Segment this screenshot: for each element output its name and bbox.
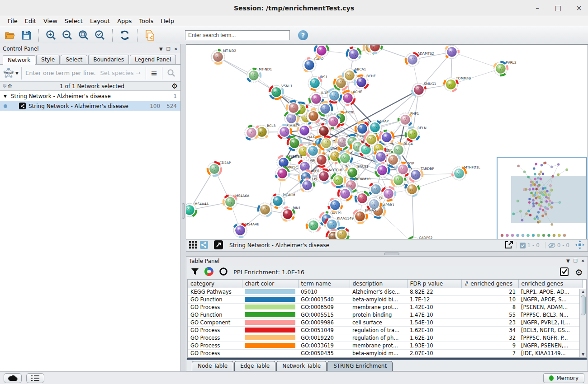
zoom-fit-icon[interactable] <box>77 29 90 42</box>
pan-navigation-icon[interactable] <box>575 240 585 251</box>
zoom-in-icon[interactable] <box>45 29 57 42</box>
network-node-phf1[interactable]: PHF1 <box>398 112 419 126</box>
menu-select[interactable]: Select <box>62 17 86 25</box>
network-node-bin1[interactable]: BIN1 <box>281 206 301 221</box>
string-options-icon[interactable]: ≡ <box>146 67 162 80</box>
network-node-ppp5c[interactable]: PPP5C <box>275 165 298 180</box>
column-header[interactable]: term name <box>298 280 350 288</box>
menu-help[interactable]: Help <box>157 17 177 25</box>
filter-enrichment-icon[interactable] <box>191 267 199 277</box>
zoom-selected-icon[interactable] <box>94 29 106 42</box>
table-panel-menu-icon[interactable]: ▼ <box>566 258 570 263</box>
network-node[interactable] <box>338 187 352 201</box>
refresh-icon[interactable] <box>119 29 131 42</box>
table-vertical-scrollbar[interactable]: ▲ ▼ <box>579 289 586 357</box>
panel-float-icon[interactable]: ❐ <box>166 47 171 52</box>
network-tree-row[interactable]: String Network - Alzheimer's disease 100… <box>0 101 180 111</box>
table-row[interactable]: GO Process GO:0033619membrane prot...1.9… <box>188 342 582 349</box>
tab-select[interactable]: Select <box>61 55 87 64</box>
network-node[interactable] <box>369 183 383 196</box>
network-node-picalm[interactable]: PICALM <box>271 193 295 208</box>
column-header[interactable]: chart color <box>242 280 298 288</box>
network-list-gear-icon[interactable]: ⚙ <box>171 83 178 90</box>
network-node-ms4a6a[interactable]: MS4A6A <box>223 194 250 209</box>
save-session-icon[interactable] <box>20 29 33 42</box>
network-node-mthfd1l[interactable]: MTHFD1L <box>452 165 481 180</box>
network-node[interactable] <box>382 187 395 201</box>
open-session-icon[interactable] <box>4 29 16 42</box>
tab-network[interactable]: Network <box>3 55 35 65</box>
share-network-icon[interactable] <box>200 241 208 250</box>
enrichment-chart-icon[interactable] <box>204 267 213 277</box>
help-icon[interactable]: ? <box>298 30 308 40</box>
network-node[interactable] <box>386 153 400 167</box>
scrollbar-thumb[interactable] <box>581 295 586 315</box>
network-node[interactable] <box>327 115 340 128</box>
zoom-out-icon[interactable] <box>61 29 74 42</box>
network-node[interactable] <box>245 126 258 140</box>
table-row[interactable]: GO Process GO:0019220regulation of ph...… <box>188 334 582 342</box>
network-node[interactable] <box>318 102 332 116</box>
network-node-tomm40[interactable]: TOMM40 <box>444 76 471 91</box>
network-node-smug1[interactable]: SMUG1 <box>412 82 436 97</box>
string-query-input[interactable]: Enter one term per line. Set species → <box>22 70 146 76</box>
table-row[interactable]: GO Process GO:0050435beta-amyloid m...2.… <box>188 349 582 357</box>
export-network-icon[interactable] <box>504 240 514 251</box>
table-row[interactable]: KEGG Pathways 05010Alzheimer's dise...8.… <box>188 288 582 295</box>
network-node-pvrl2[interactable]: PVRL2 <box>494 61 517 75</box>
column-header[interactable]: # enriched genes <box>461 280 518 288</box>
panel-menu-icon[interactable]: ▼ <box>159 47 163 52</box>
close-button[interactable]: × <box>574 4 583 12</box>
column-header[interactable]: category <box>188 280 242 288</box>
network-node[interactable] <box>380 131 394 144</box>
network-node-vsnl1[interactable]: VSNL1 <box>270 84 293 99</box>
network-node-cd2ap[interactable]: CD2AP <box>208 161 231 176</box>
table-row[interactable]: GO Process GO:0006509membrane prot...1.4… <box>188 303 582 311</box>
memory-button[interactable]: Memory <box>543 373 584 383</box>
network-node[interactable] <box>445 45 459 59</box>
network-node[interactable] <box>335 228 349 239</box>
menu-edit[interactable]: Edit <box>22 17 39 25</box>
open-in-window-icon[interactable] <box>214 240 223 251</box>
network-node[interactable] <box>306 144 320 158</box>
network-node[interactable] <box>307 219 320 232</box>
network-node-reln[interactable]: RELN <box>406 126 427 141</box>
network-node-efna5[interactable]: EFNA5 <box>353 208 376 223</box>
network-node[interactable] <box>328 198 342 212</box>
collapse-caret-icon[interactable]: ▼ <box>4 94 8 98</box>
network-overview-navigator[interactable] <box>497 157 587 239</box>
column-header[interactable]: FDR p-value <box>407 280 461 288</box>
network-node-gab2[interactable]: GAB2 <box>303 57 324 72</box>
expand-all-icon[interactable]: ⟱ <box>3 83 6 89</box>
network-node[interactable] <box>315 45 328 57</box>
tab-string-enrichment[interactable]: STRING Enrichment <box>327 361 393 371</box>
search-input[interactable] <box>185 30 290 40</box>
tab-network-table[interactable]: Network Table <box>276 361 327 371</box>
maximize-button[interactable]: □ <box>554 4 563 12</box>
table-panel-close-icon[interactable]: ✕ <box>581 258 585 263</box>
copy-network-icon[interactable] <box>143 29 156 42</box>
horizontal-splitter[interactable] <box>186 252 588 256</box>
network-node[interactable] <box>287 101 300 115</box>
network-node-tardbp[interactable]: TARDBP <box>409 167 434 182</box>
minimize-button[interactable]: – <box>533 4 542 12</box>
select-terms-checkbox-icon[interactable] <box>560 267 569 277</box>
network-node[interactable] <box>327 89 341 103</box>
table-row[interactable]: GO Function GO:0001540beta-amyloid bi...… <box>188 295 582 303</box>
network-node-adamts2[interactable]: ADAMTS2 <box>406 52 434 66</box>
network-node[interactable] <box>332 173 345 187</box>
network-node-ache[interactable]: ACHE <box>341 90 362 105</box>
network-canvas[interactable]: MT-ND2MT-ND1VSNL1GAB2IRS1ADAMTS2PVRL2SMU… <box>186 44 588 239</box>
panel-close-icon[interactable]: ✕ <box>174 47 178 52</box>
scroll-up-icon[interactable]: ▲ <box>582 289 584 295</box>
network-node-mt-nd2[interactable]: MT-ND2 <box>211 49 236 64</box>
network-node[interactable] <box>319 136 333 150</box>
cloud-tasks-button[interactable] <box>4 373 22 383</box>
network-node[interactable] <box>307 109 320 123</box>
grid-view-icon[interactable] <box>189 241 197 250</box>
menu-apps[interactable]: Apps <box>114 17 135 25</box>
menu-file[interactable]: File <box>5 17 21 25</box>
network-node-cadps2[interactable]: CADPS2 <box>407 236 432 239</box>
task-history-button[interactable] <box>26 373 44 383</box>
network-node-irs1[interactable]: IRS1 <box>308 75 327 90</box>
